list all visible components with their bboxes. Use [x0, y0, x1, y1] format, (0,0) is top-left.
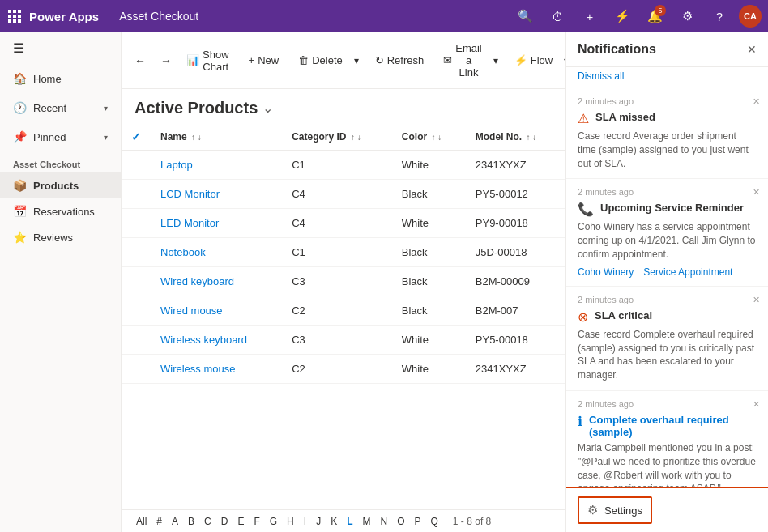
refresh-button[interactable]: ↻ Refresh — [369, 49, 431, 71]
notif-title-0: SLA missed — [595, 111, 655, 123]
delete-chevron[interactable]: ▾ — [351, 50, 362, 71]
col-model-label: Model No. — [476, 131, 522, 143]
sort-model-icon: ↑ ↓ — [526, 133, 536, 142]
notif-close-1[interactable]: ✕ — [753, 187, 760, 198]
page-letter-G[interactable]: G — [265, 513, 282, 530]
row-name-0[interactable]: Laptop — [151, 151, 282, 180]
row-checkbox-1[interactable] — [122, 180, 151, 209]
page-letter-All[interactable]: All — [131, 513, 151, 530]
settings-button[interactable]: ⚙ Settings — [578, 496, 652, 524]
notif-item-header-0: ⚠ SLA missed — [578, 111, 757, 126]
notif-link[interactable]: Service Appointment — [643, 266, 732, 278]
hamburger-icon[interactable]: ☰ — [0, 32, 121, 64]
delete-button[interactable]: 🗑 Delete — [292, 49, 349, 71]
page-letter-E[interactable]: E — [233, 513, 249, 530]
page-letter-Q[interactable]: Q — [426, 513, 443, 530]
flow-button[interactable]: ⚡ Flow — [508, 49, 559, 71]
forward-button[interactable]: → — [154, 49, 178, 72]
reservations-icon: 📅 — [13, 205, 27, 218]
page-letter-H[interactable]: H — [282, 513, 299, 530]
notifications-close-button[interactable]: ✕ — [747, 43, 757, 56]
notifications-title: Notifications — [578, 42, 656, 57]
page-letter-A[interactable]: A — [167, 513, 183, 530]
timer-button[interactable]: ⏱ — [544, 3, 570, 29]
row-category-1: C4 — [282, 180, 392, 209]
row-name-1[interactable]: LCD Monitor — [151, 180, 282, 209]
row-checkbox-2[interactable] — [122, 209, 151, 238]
page-letter-O[interactable]: O — [392, 513, 409, 530]
bell-button[interactable]: 🔔 5 — [642, 3, 668, 29]
column-color[interactable]: Color ↑ ↓ — [392, 124, 466, 151]
page-letter-B[interactable]: B — [183, 513, 199, 530]
settings-button[interactable]: ⚙ — [674, 3, 700, 29]
row-name-7[interactable]: Wireless mouse — [151, 355, 282, 384]
back-button[interactable]: ← — [128, 49, 152, 72]
page-letter-J[interactable]: J — [311, 513, 326, 530]
row-name-3[interactable]: Notebook — [151, 238, 282, 267]
sidebar-item-reviews[interactable]: ⭐ Reviews — [0, 224, 121, 250]
notifications-list: 2 minutes ago ✕ ⚠ SLA missed Case record… — [566, 88, 768, 487]
notif-title-2: SLA critical — [595, 309, 652, 321]
sidebar-pinned-label: Pinned — [33, 131, 66, 143]
avatar[interactable]: CA — [739, 5, 762, 28]
refresh-icon: ↻ — [375, 54, 384, 66]
page-letter-I[interactable]: I — [299, 513, 311, 530]
sort-color-icon: ↑ ↓ — [431, 133, 442, 142]
row-name-2[interactable]: LED Monitor — [151, 209, 282, 238]
notification-badge: 5 — [655, 5, 666, 16]
sidebar-item-recent[interactable]: 🕐 Recent ▾ — [0, 93, 121, 122]
page-letter-L[interactable]: L — [342, 513, 357, 530]
column-name[interactable]: Name ↑ ↓ — [151, 124, 282, 151]
checkbox-header[interactable]: ✓ — [122, 124, 151, 151]
row-checkbox-0[interactable] — [122, 151, 151, 180]
row-checkbox-6[interactable] — [122, 326, 151, 355]
svg-rect-4 — [13, 15, 16, 18]
sidebar-item-pinned[interactable]: 📌 Pinned ▾ — [0, 122, 121, 151]
row-checkbox-3[interactable] — [122, 238, 151, 267]
grid-icon[interactable] — [6, 8, 23, 24]
row-checkbox-4[interactable] — [122, 267, 151, 296]
notif-time-1: 2 minutes ago — [578, 187, 757, 197]
row-name-6[interactable]: Wireless keyboard — [151, 326, 282, 355]
row-name-5[interactable]: Wired mouse — [151, 296, 282, 326]
page-letter-D[interactable]: D — [216, 513, 233, 530]
email-chevron[interactable]: ▾ — [490, 50, 501, 71]
pagination-bar: All#ABCDEFGHIJKLMNOPQ 1 - 8 of 8 — [122, 509, 565, 532]
page-letter-#[interactable]: # — [151, 513, 167, 530]
sidebar: ☰ 🏠 Home 🕐 Recent ▾ 📌 Pinned ▾ Asset Che… — [0, 32, 122, 532]
sidebar-recent-label: Recent — [33, 102, 66, 114]
page-letter-F[interactable]: F — [249, 513, 264, 530]
row-name-4[interactable]: Wired keyboard — [151, 267, 282, 296]
column-model-no[interactable]: Model No. ↑ ↓ — [466, 124, 565, 151]
row-checkbox-5[interactable] — [122, 296, 151, 326]
page-letter-N[interactable]: N — [375, 513, 392, 530]
sidebar-item-home[interactable]: 🏠 Home — [0, 64, 121, 93]
notif-body-2: Case record Complete overhaul required (… — [578, 328, 757, 382]
page-letter-C[interactable]: C — [199, 513, 216, 530]
email-link-button[interactable]: ✉ Email a Link — [437, 37, 489, 83]
search-button[interactable]: 🔍 — [512, 3, 538, 29]
show-chart-button[interactable]: 📊 Show Chart — [180, 44, 236, 78]
notif-close-3[interactable]: ✕ — [753, 399, 760, 410]
help-button[interactable]: ? — [706, 3, 732, 29]
row-category-7: C2 — [282, 355, 392, 384]
notif-close-0[interactable]: ✕ — [753, 96, 760, 107]
notification-item-3: 2 minutes ago ✕ ℹ Complete overhaul requ… — [566, 391, 768, 487]
new-button[interactable]: + — [577, 3, 603, 29]
dismiss-all-button[interactable]: Dismiss all — [566, 67, 768, 88]
notif-link[interactable]: Coho Winery — [578, 266, 634, 278]
view-dropdown-icon[interactable]: ⌄ — [262, 100, 273, 116]
page-letter-K[interactable]: K — [326, 513, 342, 530]
new-record-button[interactable]: + New — [242, 49, 286, 71]
sidebar-item-reservations[interactable]: 📅 Reservations — [0, 198, 121, 224]
notif-close-2[interactable]: ✕ — [753, 295, 760, 305]
sidebar-item-products[interactable]: 📦 Products — [0, 172, 121, 198]
column-category-id[interactable]: Category ID ↑ ↓ — [282, 124, 392, 151]
page-letter-P[interactable]: P — [410, 513, 426, 530]
page-letter-M[interactable]: M — [357, 513, 375, 530]
row-category-2: C4 — [282, 209, 392, 238]
row-checkbox-7[interactable] — [122, 355, 151, 384]
record-name: Asset Checkout — [119, 10, 198, 23]
table-row: Wireless mouse C2 White 2341XYXZ — [122, 355, 565, 384]
filter-button[interactable]: ⚡ — [609, 3, 635, 29]
